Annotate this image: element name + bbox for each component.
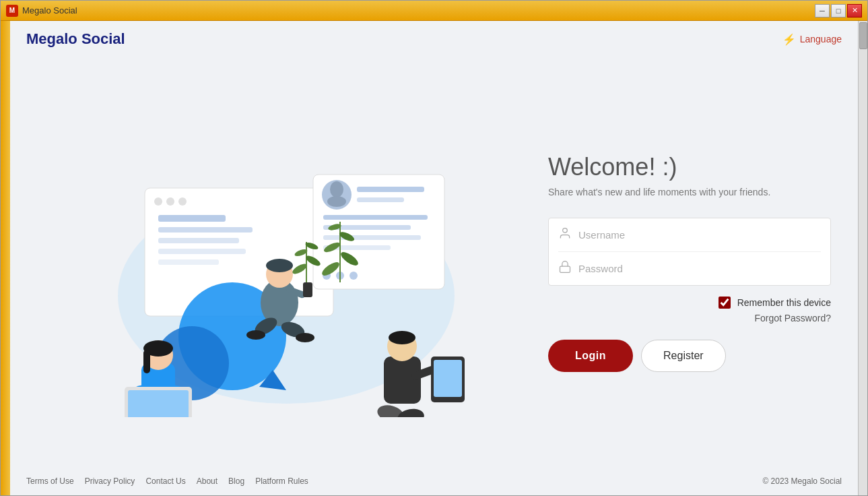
username-row bbox=[549, 218, 830, 251]
svg-rect-19 bbox=[323, 215, 428, 220]
close-button[interactable]: ✕ bbox=[847, 4, 862, 18]
page-footer: Terms of Use Privacy Policy Contact Us A… bbox=[10, 467, 858, 495]
app-logo: Megalo Social bbox=[26, 30, 125, 48]
footer-link-terms[interactable]: Terms of Use bbox=[26, 476, 74, 486]
footer-link-privacy[interactable]: Privacy Policy bbox=[85, 476, 135, 486]
action-buttons: Login Register bbox=[548, 340, 831, 372]
svg-point-33 bbox=[246, 330, 265, 340]
footer-link-contact[interactable]: Contact Us bbox=[145, 476, 185, 486]
svg-rect-59 bbox=[434, 360, 462, 397]
svg-point-34 bbox=[296, 333, 314, 342]
minimize-button[interactable]: ─ bbox=[815, 4, 830, 18]
left-edge-decoration bbox=[1, 21, 10, 495]
welcome-title: Welcome! :) bbox=[548, 153, 831, 181]
copyright: © 2023 Megalo Social bbox=[762, 476, 842, 486]
forgot-password-row: Forgot Password? bbox=[548, 313, 831, 323]
main-content: Megalo Social ⚡ Language bbox=[10, 21, 858, 495]
svg-point-28 bbox=[266, 259, 293, 272]
svg-rect-7 bbox=[158, 238, 239, 243]
svg-rect-9 bbox=[158, 259, 219, 265]
svg-point-16 bbox=[327, 196, 346, 207]
svg-rect-21 bbox=[323, 235, 421, 240]
maximize-button[interactable]: □ bbox=[831, 4, 846, 18]
svg-point-25 bbox=[349, 272, 358, 280]
footer-link-blog[interactable]: Blog bbox=[228, 476, 244, 486]
svg-rect-17 bbox=[357, 187, 424, 192]
language-label: Language bbox=[800, 34, 842, 44]
svg-rect-52 bbox=[128, 390, 189, 417]
svg-rect-50 bbox=[143, 350, 150, 373]
forgot-password-link[interactable]: Forgot Password? bbox=[754, 313, 831, 323]
svg-point-15 bbox=[330, 181, 343, 197]
credentials-form bbox=[548, 218, 831, 286]
illustration-area bbox=[37, 107, 521, 417]
remember-label[interactable]: Remember this device bbox=[737, 297, 831, 308]
svg-point-64 bbox=[563, 228, 568, 232]
footer-link-rules[interactable]: Platform Rules bbox=[255, 476, 308, 486]
language-icon: ⚡ bbox=[782, 33, 796, 46]
register-button[interactable]: Register bbox=[641, 340, 726, 372]
scrollbar-thumb[interactable] bbox=[859, 22, 867, 49]
welcome-subtitle: Share what's new and life moments with y… bbox=[548, 187, 831, 197]
svg-rect-5 bbox=[158, 215, 226, 222]
window-controls: ─ □ ✕ bbox=[815, 4, 862, 18]
svg-rect-6 bbox=[158, 227, 253, 232]
scrollbar[interactable] bbox=[858, 21, 867, 495]
svg-rect-54 bbox=[384, 356, 421, 404]
svg-point-3 bbox=[166, 197, 174, 206]
svg-point-2 bbox=[154, 197, 162, 206]
footer-links: Terms of Use Privacy Policy Contact Us A… bbox=[26, 476, 308, 486]
page-layout: Welcome! :) Share what's new and life mo… bbox=[10, 57, 858, 467]
login-panel: Welcome! :) Share what's new and life mo… bbox=[548, 153, 831, 372]
lock-icon bbox=[558, 260, 572, 277]
user-icon bbox=[558, 226, 572, 243]
title-bar: M Megalo Social ─ □ ✕ bbox=[1, 1, 867, 21]
language-button[interactable]: ⚡ Language bbox=[782, 33, 842, 46]
svg-point-56 bbox=[389, 331, 415, 344]
password-row bbox=[549, 252, 830, 285]
app-header: Megalo Social ⚡ Language bbox=[10, 21, 858, 57]
username-input[interactable] bbox=[578, 218, 821, 251]
options-row: Remember this device bbox=[548, 297, 831, 309]
login-button[interactable]: Login bbox=[548, 340, 633, 372]
password-input[interactable] bbox=[578, 252, 821, 285]
svg-rect-30 bbox=[303, 282, 312, 297]
window-title: Megalo Social bbox=[22, 5, 77, 16]
footer-link-about[interactable]: About bbox=[197, 476, 218, 486]
svg-point-4 bbox=[178, 197, 187, 206]
svg-rect-65 bbox=[560, 266, 570, 272]
app-icon: M bbox=[6, 5, 18, 17]
svg-rect-18 bbox=[357, 197, 404, 202]
remember-checkbox[interactable] bbox=[719, 297, 731, 309]
svg-rect-8 bbox=[158, 249, 246, 254]
